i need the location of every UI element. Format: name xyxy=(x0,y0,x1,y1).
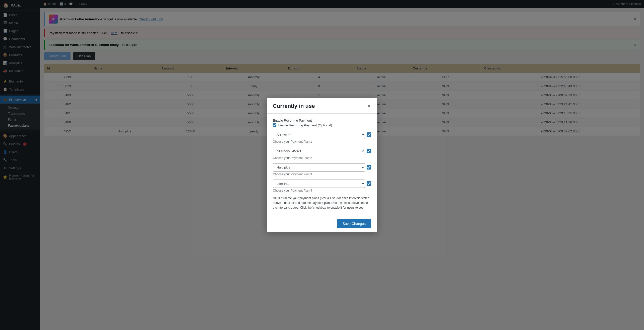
plan2-row: AB sweet2 billerboy2345321 Hulu plus off… xyxy=(273,147,371,155)
plan1-checkbox[interactable] xyxy=(367,132,371,137)
recurring-checkbox-row: Enable Recurring Payment (Optional) xyxy=(273,123,371,127)
plan2-label: Choose your Payment Plan 2 xyxy=(273,156,371,160)
plan2-select[interactable]: AB sweet2 billerboy2345321 Hulu plus off… xyxy=(273,147,365,155)
save-changes-button[interactable]: Save Changes xyxy=(337,219,371,228)
plan1-select[interactable]: AB sweet2 billerboy2345321 Hulu plus off… xyxy=(273,131,365,139)
recurring-checkbox-label: Enable Recurring Payment (Optional) xyxy=(278,123,332,127)
plan2-checkbox[interactable] xyxy=(367,149,371,153)
plan3-select[interactable]: AB sweet2 billerboy2345321 Hulu plus off… xyxy=(273,163,365,172)
plan4-group: AB sweet2 billerboy2345321 Hulu plus off… xyxy=(273,180,371,192)
plan4-label: Choose your Payment Plan 4 xyxy=(273,189,371,192)
plan4-checkbox[interactable] xyxy=(367,181,371,186)
recurring-label: Enable Recurring Payment xyxy=(273,119,371,122)
modal-close-button[interactable]: ✕ xyxy=(367,104,371,109)
plan1-label: Choose your Payment Plan 1 xyxy=(273,140,371,143)
plan3-label: Choose your Payment Plan 3 xyxy=(273,173,371,176)
modal-body: Enable Recurring Payment Enable Recurrin… xyxy=(267,114,377,215)
note-text: NOTE: Create your payment plans (Test & … xyxy=(273,196,369,209)
modal-header: Currently in use ✕ xyxy=(267,98,377,114)
modal-dialog: Currently in use ✕ Enable Recurring Paym… xyxy=(267,98,377,232)
plan1-group: AB sweet2 billerboy2345321 Hulu plus off… xyxy=(273,131,371,143)
plan3-row: AB sweet2 billerboy2345321 Hulu plus off… xyxy=(273,163,371,172)
plan3-group: AB sweet2 billerboy2345321 Hulu plus off… xyxy=(273,163,371,176)
modal-footer: Save Changes xyxy=(267,215,377,232)
recurring-section: Enable Recurring Payment Enable Recurrin… xyxy=(273,119,371,127)
modal-title: Currently in use xyxy=(273,103,315,109)
plan1-row: AB sweet2 billerboy2345321 Hulu plus off… xyxy=(273,131,371,139)
modal-overlay[interactable]: Currently in use ✕ Enable Recurring Paym… xyxy=(0,0,644,330)
recurring-checkbox[interactable] xyxy=(273,123,276,127)
plan4-select[interactable]: AB sweet2 billerboy2345321 Hulu plus off… xyxy=(273,180,365,188)
plan2-group: AB sweet2 billerboy2345321 Hulu plus off… xyxy=(273,147,371,160)
plan3-checkbox[interactable] xyxy=(367,165,371,170)
modal-note: NOTE: Create your payment plans (Test & … xyxy=(273,196,371,210)
plan4-row: AB sweet2 billerboy2345321 Hulu plus off… xyxy=(273,180,371,188)
